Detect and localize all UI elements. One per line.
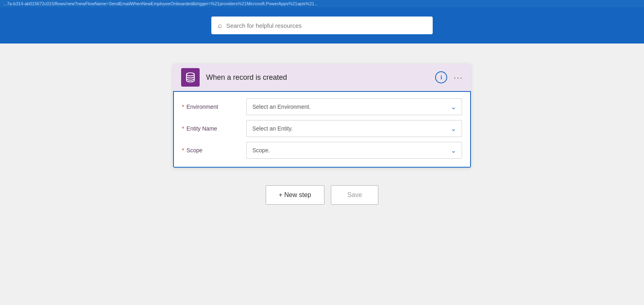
scope-row: * Scope Scope. ⌄ xyxy=(182,142,462,159)
environment-required-marker: * xyxy=(182,104,184,110)
environment-row: * Environment Select an Environment. ⌄ xyxy=(182,98,462,115)
environment-label: * Environment xyxy=(182,104,246,110)
environment-select[interactable]: Select an Environment. ⌄ xyxy=(246,98,462,115)
card-title: When a record is created xyxy=(206,73,429,82)
card-header-icon-bg xyxy=(181,68,200,87)
card-body: * Environment Select an Environment. ⌄ *… xyxy=(173,91,471,168)
search-icon: ⌕ xyxy=(218,21,222,30)
card-header: When a record is created i ··· xyxy=(173,64,471,91)
database-icon xyxy=(185,72,196,83)
scope-placeholder: Scope. xyxy=(252,147,270,154)
more-options-button[interactable]: ··· xyxy=(454,73,463,82)
save-button[interactable]: Save xyxy=(331,185,378,205)
scope-required-marker: * xyxy=(182,147,184,154)
entity-name-chevron-icon: ⌄ xyxy=(451,125,456,133)
bottom-actions: + New step Save xyxy=(266,185,379,205)
card-header-actions: i ··· xyxy=(435,71,463,83)
search-input[interactable] xyxy=(226,22,426,29)
environment-placeholder: Select an Environment. xyxy=(252,104,311,110)
url-text: ...7a-b314-ab015672c015/flows/new?newFlo… xyxy=(3,1,318,6)
search-bar[interactable]: ⌕ xyxy=(211,17,433,34)
scope-select[interactable]: Scope. ⌄ xyxy=(246,142,462,159)
new-step-button[interactable]: + New step xyxy=(266,185,324,205)
url-bar: ...7a-b314-ab015672c015/flows/new?newFlo… xyxy=(0,0,644,7)
entity-name-placeholder: Select an Entity. xyxy=(252,125,293,132)
scope-chevron-icon: ⌄ xyxy=(451,147,456,154)
info-button[interactable]: i xyxy=(435,71,447,83)
svg-point-0 xyxy=(186,73,194,76)
entity-name-select[interactable]: Select an Entity. ⌄ xyxy=(246,120,462,137)
trigger-card: When a record is created i ··· * Environ… xyxy=(173,64,471,168)
top-header: ⌕ xyxy=(0,7,644,44)
entity-name-row: * Entity Name Select an Entity. ⌄ xyxy=(182,120,462,137)
environment-chevron-icon: ⌄ xyxy=(451,103,456,111)
main-content: When a record is created i ··· * Environ… xyxy=(0,44,644,305)
entity-name-required-marker: * xyxy=(182,125,184,132)
scope-label: * Scope xyxy=(182,147,246,154)
entity-name-label: * Entity Name xyxy=(182,125,246,132)
